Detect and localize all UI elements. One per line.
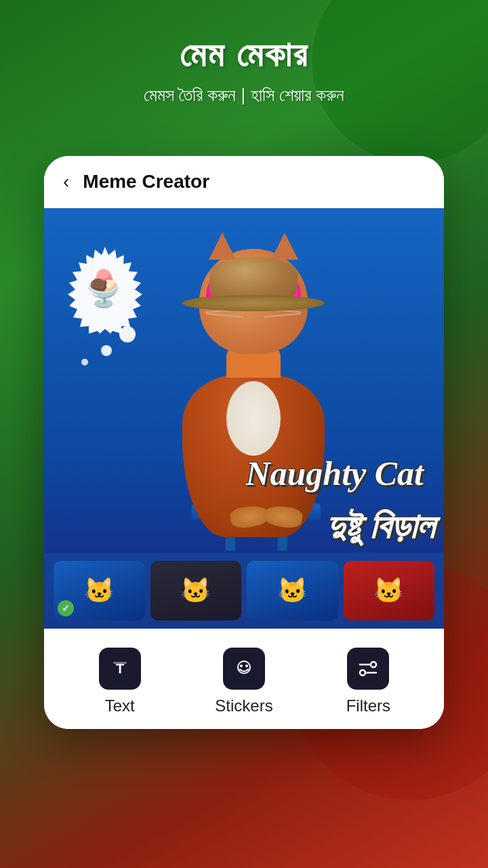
whisker-right-2: [264, 313, 301, 318]
toolbar-text-label: Text: [105, 696, 135, 715]
thumbnail-strip: 🐱 ✓ 🐱 🐱 🐱: [44, 553, 444, 629]
toolbar-filters-label: Filters: [346, 696, 390, 715]
whisker-left-2: [206, 313, 243, 318]
text-icon: T: [99, 648, 141, 690]
meme-canvas[interactable]: 🍨 ♥ ♥: [44, 208, 444, 629]
thumbnail-3[interactable]: 🐱: [247, 561, 338, 620]
hat-brim: [182, 295, 325, 311]
thought-icon: 🍨: [81, 267, 125, 309]
thought-dot-2: [101, 345, 112, 356]
filters-icon: [347, 648, 389, 690]
back-button[interactable]: ‹: [63, 171, 69, 193]
thumbnail-1[interactable]: 🐱 ✓: [54, 561, 145, 620]
svg-rect-8: [357, 658, 379, 679]
svg-point-6: [240, 665, 243, 667]
app-title: মেম মেকার: [41, 34, 447, 75]
thumbnail-4[interactable]: 🐱: [344, 561, 435, 620]
svg-rect-3: [113, 662, 127, 664]
top-bar: ‹ Meme Creator: [44, 156, 444, 208]
bottom-toolbar: T Text Stickers: [44, 629, 444, 729]
thumbnail-2[interactable]: 🐱: [150, 561, 242, 620]
svg-point-7: [245, 665, 248, 667]
stickers-icon: [223, 648, 265, 690]
thought-bubble: 🍨: [61, 245, 146, 330]
thought-dot-1: [119, 326, 136, 342]
cat-figure: ♥ ♥: [159, 266, 348, 551]
app-subtitle: মেমস তৈরি করুন | হাসি শেয়ার করুন: [41, 85, 447, 106]
selected-check: ✓: [58, 600, 74, 616]
toolbar-filters[interactable]: Filters: [306, 648, 430, 715]
cat-ear-left: [209, 233, 236, 260]
cat-ear-right: [271, 233, 298, 260]
screen-title: Meme Creator: [83, 171, 209, 193]
toolbar-text[interactable]: T Text: [58, 648, 182, 715]
phone-card: ‹ Meme Creator 🍨: [44, 156, 444, 729]
toolbar-stickers[interactable]: Stickers: [182, 648, 306, 715]
toolbar-stickers-label: Stickers: [215, 696, 272, 715]
thought-dot-3: [81, 359, 88, 366]
meme-text-english[interactable]: Naughty Cat: [245, 454, 424, 493]
meme-text-bangla[interactable]: দুষ্টু বিড়াল: [326, 506, 434, 547]
cat-chest: [226, 381, 281, 456]
